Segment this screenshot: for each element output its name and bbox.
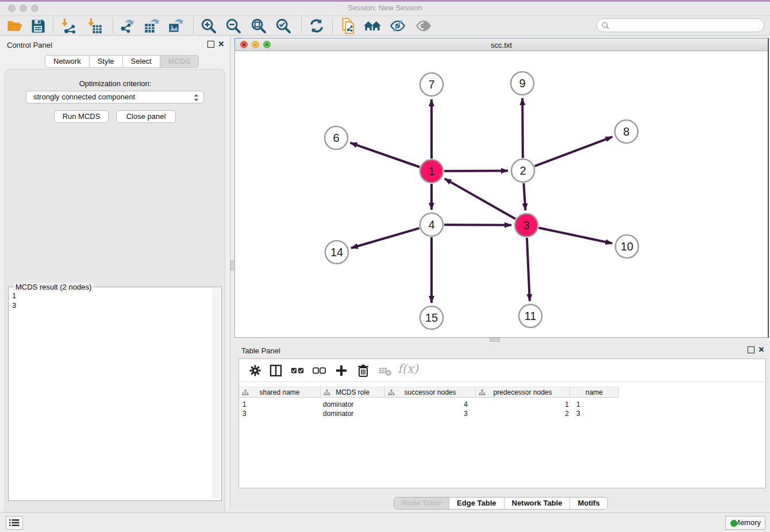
list-icon — [9, 519, 20, 527]
tab-node-table[interactable]: Node Table — [394, 498, 449, 510]
graph-node-label: 11 — [525, 310, 537, 322]
graph-edge-2-9[interactable] — [522, 98, 523, 158]
import-network-icon[interactable] — [60, 18, 76, 34]
network-graph-canvas[interactable]: 7968124314101511 — [235, 51, 768, 337]
open-file-icon[interactable] — [6, 18, 22, 34]
export-network-icon[interactable] — [119, 18, 135, 34]
result-scrollbar[interactable] — [213, 288, 220, 499]
float-table-panel-icon[interactable] — [748, 346, 754, 353]
memory-label: Memory — [734, 518, 761, 527]
function-builder-icon: f(x) — [398, 362, 418, 376]
optimization-criterion-label: Optimization criterion: — [0, 79, 230, 88]
close-table-panel-icon[interactable]: ✕ — [758, 346, 765, 353]
status-bar: Memory — [0, 512, 770, 532]
column-header-predecessor-nodes[interactable]: predecessor nodes — [476, 387, 570, 398]
column-label: successor nodes — [404, 388, 456, 396]
toolbar-separator — [332, 18, 333, 33]
graph-node-label: 10 — [621, 240, 633, 253]
main-toolbar — [0, 16, 770, 36]
delete-column-icon[interactable] — [356, 364, 370, 377]
graph-node-label: 1 — [428, 165, 434, 178]
tab-edge-table[interactable]: Edge Table — [449, 498, 504, 510]
home-icon[interactable] — [363, 18, 382, 34]
graph-edge-4-14[interactable] — [351, 228, 419, 248]
tab-mcds[interactable]: MCDS — [160, 55, 199, 68]
select-all-checkboxes-icon[interactable] — [291, 364, 305, 377]
tab-network[interactable]: Network — [45, 55, 90, 68]
column-label: MCDS role — [336, 388, 369, 396]
tab-select[interactable]: Select — [123, 55, 160, 68]
hierarchy-icon — [242, 390, 249, 396]
column-label: predecessor nodes — [493, 388, 552, 396]
settings-gear-icon[interactable] — [248, 364, 262, 377]
main-titlebar: Session: New Session — [0, 0, 770, 16]
cell-predecessor-nodes[interactable]: 1 — [478, 400, 569, 409]
search-field[interactable] — [596, 18, 764, 32]
horizontal-splitter-grip[interactable] — [490, 338, 500, 342]
cell-mcds-role[interactable]: dominator — [323, 409, 383, 418]
table-panel: Table Panel ✕ f(x) shared name MCDS role — [234, 342, 770, 509]
memory-button[interactable]: Memory — [725, 516, 765, 530]
mcds-result-lines: 1 3 — [12, 291, 16, 310]
graph-edge-2-3[interactable] — [523, 183, 525, 210]
refresh-icon[interactable] — [309, 18, 325, 34]
graph-node-label: 15 — [425, 311, 438, 324]
mcds-result-line: 1 — [12, 291, 16, 300]
table-panel-title: Table Panel — [241, 346, 280, 355]
column-chooser-icon[interactable] — [269, 364, 283, 377]
export-image-icon[interactable] — [168, 18, 184, 34]
deselect-all-checkboxes-icon[interactable] — [313, 364, 326, 377]
task-history-button[interactable] — [6, 516, 23, 530]
close-panel-button[interactable]: Close panel — [116, 110, 176, 123]
graph-edge-2-8[interactable] — [535, 137, 613, 166]
toolbar-separator — [113, 18, 113, 33]
column-header-successor-nodes[interactable]: successor nodes — [385, 387, 476, 398]
close-panel-icon[interactable]: ✕ — [218, 41, 225, 48]
mcds-result-legend: MCDS result (2 nodes) — [13, 283, 94, 291]
graph-edge-3-11[interactable] — [527, 238, 530, 301]
column-header-shared-name[interactable]: shared name — [239, 387, 321, 398]
toolbar-separator — [53, 18, 53, 33]
column-header-mcds-role[interactable]: MCDS role — [321, 387, 385, 398]
show-graphics-details-icon — [415, 18, 432, 34]
export-table-icon[interactable] — [144, 18, 160, 34]
hide-graphics-details-icon[interactable] — [390, 18, 406, 34]
zoom-selected-icon[interactable] — [275, 18, 291, 34]
control-panel-tabs: Network Style Select MCDS — [45, 55, 199, 68]
zoom-in-icon[interactable] — [201, 18, 217, 34]
column-header-name[interactable]: name — [570, 387, 619, 398]
cell-name[interactable]: 1 — [576, 400, 622, 409]
save-session-icon[interactable] — [30, 18, 46, 34]
float-panel-icon[interactable] — [207, 41, 214, 48]
cell-successor-nodes[interactable]: 4 — [387, 400, 468, 409]
cell-name[interactable]: 3 — [576, 409, 622, 418]
tab-network-table[interactable]: Network Table — [505, 498, 571, 510]
zoom-fit-icon[interactable] — [251, 18, 267, 34]
optimization-criterion-select[interactable]: strongly connected component — [26, 91, 204, 103]
cell-mcds-role[interactable]: dominator — [323, 400, 383, 409]
vertical-splitter-grip[interactable] — [230, 260, 234, 271]
column-label: shared name — [259, 388, 299, 396]
cell-successor-nodes[interactable]: 3 — [387, 409, 468, 418]
control-panel-titlebar: Control Panel ✕ — [0, 36, 230, 53]
cell-predecessor-nodes[interactable]: 2 — [478, 409, 569, 418]
node-table: f(x) shared name MCDS role successor nod… — [238, 358, 766, 488]
duplicate-network-icon[interactable] — [340, 18, 356, 34]
mcds-result-line: 3 — [12, 300, 16, 310]
add-column-icon[interactable] — [334, 364, 348, 377]
zoom-out-icon[interactable] — [225, 18, 241, 34]
tab-style[interactable]: Style — [90, 55, 123, 68]
cell-shared-name[interactable]: 3 — [242, 409, 317, 418]
search-input[interactable] — [612, 20, 759, 30]
window-title: Session: New Session — [0, 3, 770, 12]
graph-edge-1-2[interactable] — [444, 171, 508, 171]
graph-node-label: 14 — [330, 246, 343, 259]
graph-edge-1-6[interactable] — [351, 143, 420, 167]
run-mcds-button[interactable]: Run MCDS — [54, 110, 109, 123]
import-table-icon[interactable] — [87, 18, 103, 34]
graph-edge-4-3[interactable] — [444, 225, 511, 225]
cell-shared-name[interactable]: 1 — [242, 400, 317, 409]
graph-edge-3-10[interactable] — [539, 228, 613, 244]
graph-edge-3-1[interactable] — [445, 179, 515, 219]
tab-motifs[interactable]: Motifs — [570, 498, 607, 510]
